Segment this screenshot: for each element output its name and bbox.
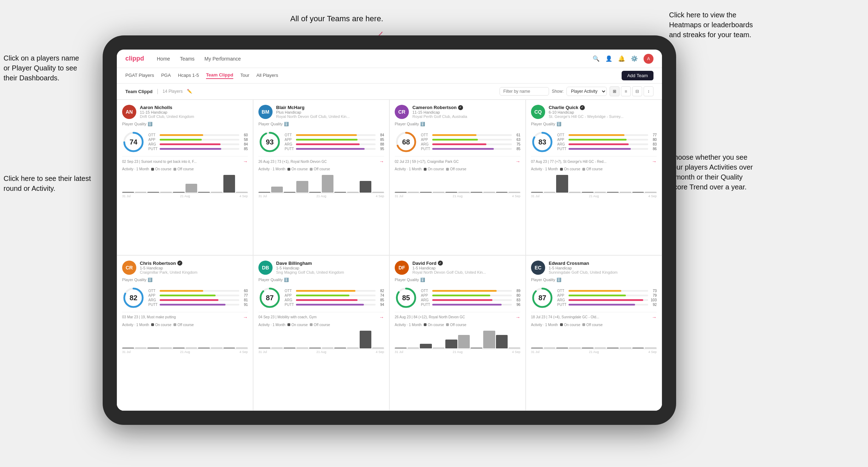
- player-name[interactable]: Chris Robertson ✓: [140, 261, 198, 266]
- search-icon[interactable]: 🔍: [593, 55, 600, 62]
- filter-btn[interactable]: ⊟: [632, 86, 642, 96]
- player-card[interactable]: DB Dave Billingham 1-5 Handicap Sng Magi…: [253, 255, 389, 411]
- on-course-legend: On course: [287, 323, 308, 327]
- chart-date: 21 Aug: [589, 350, 599, 354]
- player-card[interactable]: BM Blair McHarg Plus Handicap Royal Nort…: [253, 99, 389, 255]
- activity-label[interactable]: Activity · 1 Month On course Off course: [531, 167, 657, 171]
- chart-bar: [173, 348, 185, 348]
- subnav-pga[interactable]: PGA: [161, 73, 171, 79]
- list-view-btn[interactable]: ≡: [621, 86, 631, 96]
- quality-section[interactable]: 68 OTT 61 APP 63 ARG: [395, 131, 520, 153]
- stat-bar-fill: [569, 304, 635, 306]
- bell-icon[interactable]: 🔔: [618, 55, 625, 62]
- teams-annotation: All of your Teams are here.: [290, 13, 383, 24]
- chart-bar: [458, 335, 470, 348]
- subnav-hcaps[interactable]: Hcaps 1-5: [178, 73, 199, 79]
- stat-bar-bg: [569, 148, 648, 150]
- activity-label[interactable]: Activity · 1 Month On course Off course: [122, 167, 248, 171]
- player-card[interactable]: EC Edward Crossman 1-5 Handicap Sunningd…: [526, 255, 662, 411]
- player-card[interactable]: CR Cameron Robertson ✓ 11-15 Handicap Ro…: [389, 99, 526, 255]
- activity-label[interactable]: Activity · 1 Month On course Off course: [395, 323, 520, 327]
- sort-btn[interactable]: ↕: [644, 86, 653, 96]
- activity-label[interactable]: Activity · 1 Month On course Off course: [395, 167, 520, 171]
- activity-label[interactable]: Activity · 1 Month On course Off course: [258, 167, 384, 171]
- stat-value: 85: [377, 298, 384, 302]
- chart-bar: [458, 192, 470, 193]
- activity-label[interactable]: Activity · 1 Month On course Off course: [531, 323, 657, 327]
- latest-round[interactable]: 02 Jul 23 | 59 (+17), Craigmillar Park G…: [395, 156, 520, 164]
- stat-bar-fill: [296, 148, 365, 150]
- stat-row: PUTT 94: [285, 303, 384, 307]
- chart-bar: [284, 348, 296, 348]
- latest-round[interactable]: 03 Mar 23 | 19, Must make putting →: [122, 312, 248, 320]
- latest-round[interactable]: 26 Aug 23 | 84 (+12), Royal North Devon …: [395, 312, 520, 320]
- nav-teams[interactable]: Teams: [180, 56, 194, 62]
- chart-bar: [347, 192, 359, 193]
- latest-round[interactable]: 18 Jul 23 | 74 (+4), Sunningdale GC - Ol…: [531, 312, 657, 320]
- quality-section[interactable]: 85 OTT 89 APP 80 ARG: [395, 286, 520, 309]
- off-course-legend: Off course: [446, 323, 466, 327]
- player-club: St. George's Hill GC - Weybridge - Surre…: [549, 114, 623, 119]
- round-arrow-icon: →: [243, 314, 248, 320]
- quality-section[interactable]: 87 OTT 73 APP 79 ARG: [531, 286, 657, 309]
- player-name[interactable]: Edward Crossman: [549, 261, 617, 266]
- show-select[interactable]: Player Activity: [566, 87, 607, 96]
- player-name[interactable]: David Ford ✓: [412, 261, 486, 266]
- quality-section[interactable]: 87 OTT 82 APP 74 ARG: [258, 286, 384, 309]
- chart-bar: [236, 192, 248, 193]
- nav-icons: 🔍 👤 🔔 ⚙️ A: [593, 54, 653, 64]
- person-icon[interactable]: 👤: [605, 55, 612, 62]
- player-name[interactable]: Dave Billingham: [276, 261, 344, 266]
- nav-my-performance[interactable]: My Performance: [205, 56, 241, 62]
- subnav-pgat[interactable]: PGAT Players: [125, 73, 154, 79]
- player-card[interactable]: CQ Charlie Quick ✓ 6-10 Handicap St. Geo…: [526, 99, 662, 255]
- player-name[interactable]: Cameron Robertson ✓: [412, 105, 467, 110]
- player-card[interactable]: DF David Ford ✓ 1-5 Handicap Royal North…: [389, 255, 526, 411]
- edit-icon[interactable]: ✏️: [187, 89, 192, 94]
- activity-label[interactable]: Activity · 1 Month On course Off course: [122, 323, 248, 327]
- player-name[interactable]: Aaron Nicholls: [140, 105, 194, 110]
- stat-row: OTT 84: [285, 133, 384, 137]
- subnav-all-players[interactable]: All Players: [256, 73, 278, 79]
- activity-section: Activity · 1 Month On course Off course …: [122, 323, 248, 354]
- add-team-button[interactable]: Add Team: [622, 71, 653, 80]
- chart-bar: [607, 192, 619, 193]
- quality-section[interactable]: 82 OTT 60 APP 77 ARG: [122, 286, 248, 309]
- stat-bar-fill: [160, 304, 225, 306]
- stat-label: ARG: [285, 298, 295, 302]
- off-course-dot: [582, 168, 585, 171]
- chart-bar: [211, 348, 223, 348]
- activity-label[interactable]: Activity · 1 Month On course Off course: [258, 323, 384, 327]
- quality-section[interactable]: 74 OTT 60 APP 58 ARG: [122, 131, 248, 153]
- player-name[interactable]: Charlie Quick ✓: [549, 105, 623, 110]
- chart-bar: [544, 192, 556, 193]
- chart-date: 21 Aug: [453, 194, 463, 198]
- nav-home[interactable]: Home: [157, 56, 170, 62]
- activity-chart: [395, 172, 520, 194]
- player-club: Royal North Devon Golf Club, United Kin.…: [276, 114, 350, 119]
- avatar[interactable]: A: [644, 54, 653, 64]
- chart-bar: [433, 192, 445, 193]
- on-course-text: On course: [291, 323, 308, 327]
- stat-label: ARG: [421, 298, 431, 302]
- player-card[interactable]: CR Chris Robertson ✓ 1-5 Handicap Craigm…: [117, 255, 253, 411]
- subnav-tour[interactable]: Tour: [240, 73, 249, 79]
- stat-value: 60: [241, 133, 248, 137]
- quality-section[interactable]: 83 OTT 77 APP 80 ARG: [531, 131, 657, 153]
- filter-input[interactable]: [499, 87, 549, 96]
- player-avatar: EC: [531, 261, 545, 275]
- quality-section[interactable]: 93 OTT 84 APP 85 ARG: [258, 131, 384, 153]
- latest-round[interactable]: 07 Aug 23 | 77 (+7), St George's Hill GC…: [531, 156, 657, 164]
- off-course-text: Off course: [586, 323, 603, 327]
- latest-round[interactable]: 02 Sep 23 | Sunset round to get back int…: [122, 156, 248, 164]
- latest-round[interactable]: 04 Sep 23 | Mobility with coach, Gym →: [258, 312, 384, 320]
- subnav-team-clippd[interactable]: Team Clippd: [206, 72, 233, 79]
- stat-label: PUTT: [421, 147, 431, 151]
- latest-round[interactable]: 26 Aug 23 | 73 (+1), Royal North Devon G…: [258, 156, 384, 164]
- on-course-legend: On course: [151, 323, 171, 327]
- quality-stats: OTT 73 APP 79 ARG 103 P: [557, 289, 657, 307]
- settings-icon[interactable]: ⚙️: [631, 55, 638, 62]
- player-name[interactable]: Blair McHarg: [276, 105, 350, 110]
- grid-view-btn[interactable]: ⊞: [610, 86, 619, 96]
- player-card[interactable]: AN Aaron Nicholls 11-15 Handicap Drift G…: [117, 99, 253, 255]
